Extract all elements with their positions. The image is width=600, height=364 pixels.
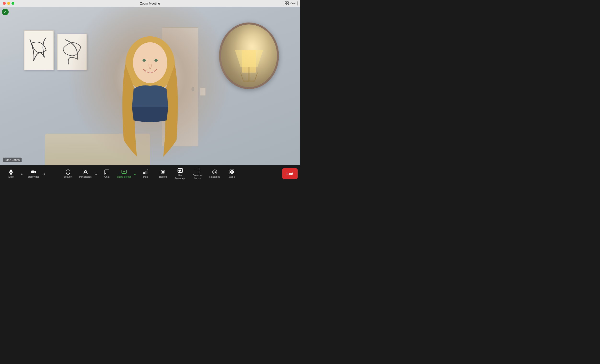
svg-rect-2 xyxy=(285,4,287,5)
breakout-rooms-button[interactable]: Breakout Rooms xyxy=(189,166,206,181)
svg-point-15 xyxy=(154,59,158,62)
svg-rect-3 xyxy=(287,4,289,5)
svg-rect-30 xyxy=(195,171,197,173)
svg-rect-29 xyxy=(198,168,200,170)
stop-video-label: Stop Video xyxy=(28,175,39,178)
share-screen-button[interactable]: Share Screen xyxy=(115,166,133,181)
polls-label: Polls xyxy=(143,175,148,178)
minimize-button[interactable] xyxy=(7,2,10,5)
toolbar-left-group: Mute ▲ Stop Video ▲ xyxy=(2,166,47,181)
mute-group: Mute ▲ xyxy=(2,166,24,181)
share-screen-arrow[interactable]: ▲ xyxy=(133,166,137,181)
security-badge: ✓ xyxy=(2,9,9,15)
svg-rect-23 xyxy=(147,170,148,174)
svg-rect-0 xyxy=(285,2,287,3)
record-button[interactable]: Record xyxy=(154,166,172,181)
svg-rect-1 xyxy=(287,2,289,3)
apps-label: Apps xyxy=(229,175,235,178)
svg-text:CC: CC xyxy=(178,170,181,172)
reactions-label: Reactions xyxy=(209,175,220,178)
reactions-button[interactable]: Reactions xyxy=(206,166,223,181)
toolbar-center-group: Security Participants ▲ Chat xyxy=(59,166,241,181)
view-button[interactable]: View xyxy=(283,1,298,6)
view-label: View xyxy=(290,2,295,5)
maximize-button[interactable] xyxy=(11,2,14,5)
svg-rect-35 xyxy=(230,170,232,172)
participants-button[interactable]: Participants xyxy=(77,166,94,181)
svg-rect-28 xyxy=(195,168,197,170)
svg-line-10 xyxy=(241,73,244,81)
close-button[interactable] xyxy=(3,2,6,5)
svg-point-25 xyxy=(162,171,164,173)
svg-marker-7 xyxy=(235,50,263,67)
person-hair xyxy=(117,19,183,162)
polls-button[interactable]: Polls xyxy=(137,166,154,181)
toolbar: Mute ▲ Stop Video ▲ Security xyxy=(0,165,300,182)
end-button[interactable]: End xyxy=(282,168,298,179)
security-button[interactable]: Security xyxy=(59,166,77,181)
svg-rect-22 xyxy=(145,171,146,174)
mute-button[interactable]: Mute xyxy=(2,166,20,181)
svg-point-14 xyxy=(142,59,146,62)
svg-point-13 xyxy=(133,42,167,83)
record-label: Record xyxy=(159,175,167,178)
art-frame-left xyxy=(24,30,54,70)
security-label: Security xyxy=(64,175,72,178)
svg-point-32 xyxy=(213,170,217,174)
apps-button[interactable]: Apps xyxy=(223,166,241,181)
title-bar: Zoom Meeting View xyxy=(0,0,300,7)
mute-arrow[interactable]: ▲ xyxy=(20,166,24,181)
video-background: ✓ Lane Jones xyxy=(0,7,300,165)
svg-rect-31 xyxy=(198,171,200,173)
svg-point-19 xyxy=(85,170,87,172)
breakout-rooms-label: Breakout Rooms xyxy=(190,174,205,180)
mute-label: Mute xyxy=(8,175,14,178)
chat-button[interactable]: Chat xyxy=(98,166,115,181)
stop-video-group: Stop Video ▲ xyxy=(25,166,47,181)
svg-rect-36 xyxy=(233,170,234,172)
svg-rect-21 xyxy=(143,173,144,174)
live-transcript-button[interactable]: CC Live Transcript xyxy=(172,166,189,181)
person-area xyxy=(67,7,233,165)
window-controls xyxy=(3,2,14,5)
participant-name-label: Lane Jones xyxy=(3,158,22,162)
participants-label: Participants xyxy=(79,175,92,178)
toolbar-right-group: End xyxy=(282,168,298,179)
chat-label: Chat xyxy=(104,175,109,178)
share-screen-label: Share Screen xyxy=(117,175,131,178)
shield-check-icon: ✓ xyxy=(4,10,7,14)
share-screen-group: Share Screen ▲ xyxy=(115,166,137,181)
svg-rect-4 xyxy=(24,32,53,68)
stop-video-button[interactable]: Stop Video xyxy=(25,166,42,181)
window-title: Zoom Meeting xyxy=(140,2,160,5)
live-transcript-label: Live Transcript xyxy=(172,174,188,180)
svg-line-11 xyxy=(255,73,258,81)
participants-group: Participants ▲ xyxy=(77,166,98,181)
stop-video-arrow[interactable]: ▲ xyxy=(42,166,47,181)
svg-point-18 xyxy=(84,170,85,172)
video-area: ✓ Lane Jones xyxy=(0,7,300,165)
svg-rect-37 xyxy=(230,173,232,174)
participants-arrow[interactable]: ▲ xyxy=(94,166,98,181)
